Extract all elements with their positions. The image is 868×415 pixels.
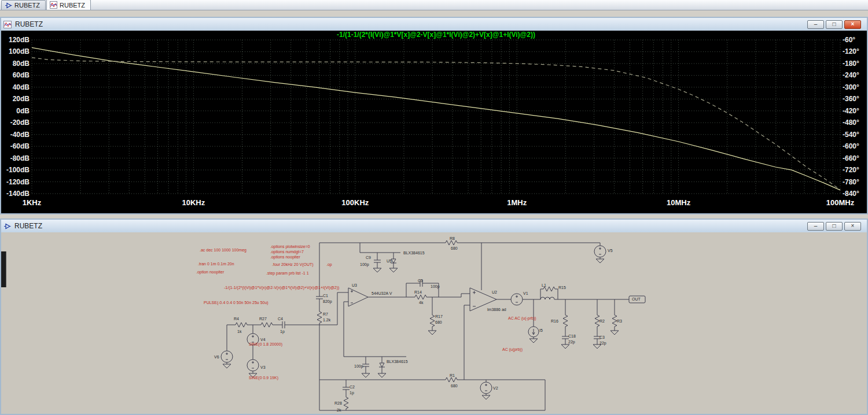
component-label: 544U32A V — [372, 291, 392, 296]
waveform-window: RUBETZ – □ × 120dB100dB80dB60dB40dB20dB0… — [0, 17, 868, 214]
schematic-window-title: RUBETZ — [14, 222, 42, 230]
schematic-canvas[interactable]: .ac dec 100 1000 100meg.tran 0 1m 0.1m 2… — [1, 232, 867, 414]
right-axis-tick: -240° — [843, 71, 859, 79]
spice-directive-text: .tran 0 1m 0.1m 20n — [198, 262, 234, 266]
right-axis-tick: -120° — [843, 47, 859, 55]
component-label: lm3886 ad — [487, 307, 506, 312]
left-axis-tick: -140dB — [6, 190, 30, 198]
bode-plot: 120dB100dB80dB60dB40dB20dB0dB-20dB-40dB-… — [1, 31, 867, 213]
component-label: 1k — [237, 329, 241, 334]
right-axis-tick: -360° — [843, 95, 859, 103]
right-axis-tick: -720° — [843, 166, 859, 174]
spice-directive-text: -1/(1-1/(2*(I(Vi)@1*V(x)@2-V(x)@1*I(Vi)@… — [224, 286, 339, 290]
component-label: 100p — [354, 364, 363, 369]
component-label: 820p — [323, 299, 332, 304]
spice-directive-text: .ac dec 100 1000 100meg — [200, 248, 247, 253]
spice-directive-text: .options plotwinsize=0 — [270, 244, 310, 249]
component-label: R3 — [617, 319, 622, 324]
spice-directive-text: .step param prb list -1 1 — [266, 271, 309, 276]
x-axis-tick: 100MHz — [826, 198, 855, 207]
component-label: V1 — [523, 291, 528, 296]
restore-button[interactable]: □ — [826, 222, 843, 231]
component-label: R7 — [323, 312, 328, 317]
component-label: 680 — [435, 320, 442, 325]
right-axis-tick: -60° — [843, 36, 855, 44]
component-label: R14 — [414, 290, 422, 295]
left-axis-tick: 100dB — [9, 47, 30, 55]
right-axis-tick: -540° — [843, 131, 859, 139]
component-label: BLX384615 — [403, 251, 425, 255]
left-axis-tick: -40dB — [10, 131, 30, 139]
component-label: 680 — [451, 246, 458, 251]
waveform-window-titlebar[interactable]: RUBETZ – □ × — [1, 18, 867, 31]
component-label: R2 — [599, 319, 605, 324]
x-axis-tick: 10MHz — [667, 198, 691, 207]
close-button[interactable]: × — [844, 20, 861, 29]
component-label: 2k — [337, 408, 341, 413]
minimize-button[interactable]: – — [807, 20, 824, 29]
left-axis-tick: 0dB — [16, 107, 30, 115]
component-label: R16 — [551, 319, 558, 324]
component-label: 4k — [419, 301, 423, 305]
component-label: U3 — [352, 283, 357, 288]
component-label: C1 — [323, 294, 328, 298]
schematic-window-icon — [3, 223, 11, 230]
waveform-tab-icon — [50, 1, 57, 9]
left-axis-tick: -80dB — [10, 154, 30, 162]
right-axis-tick: -420° — [843, 107, 859, 115]
trace-magnitude — [32, 47, 840, 190]
left-axis-tick: 60dB — [13, 71, 30, 79]
schematic-window: RUBETZ – □ × — [0, 218, 868, 415]
right-axis-tick: -300° — [843, 83, 859, 91]
component-label: C3 — [599, 335, 605, 340]
right-axis-tick: -180° — [843, 60, 859, 68]
spice-directive-text: SINE(0 0.9 19K) — [249, 376, 278, 380]
tab-waveform-rubetz[interactable]: RUBETZ — [46, 0, 91, 10]
spice-directive-text: PULSE(-0.4 0.4 0 50n 50n 25u 50u) — [204, 301, 269, 305]
component-label: 680 — [451, 384, 458, 388]
tab-schematic-rubetz[interactable]: RUBETZ — [1, 0, 46, 10]
schematic-window-titlebar[interactable]: RUBETZ – □ × — [1, 220, 867, 232]
tab-label: RUBETZ — [60, 2, 85, 9]
spice-directive-text: AC AC (u(-prb)) — [508, 316, 536, 321]
trace-phase — [32, 58, 840, 190]
right-axis-tick: -660° — [843, 154, 859, 162]
component-label: R27 — [259, 317, 267, 321]
component-label: C9 — [366, 255, 371, 260]
right-axis-tick: -780° — [843, 178, 859, 186]
component-label: V5 — [608, 249, 613, 253]
component-label: 100p — [431, 284, 440, 289]
schematic-drawing — [1, 232, 867, 414]
spice-directive-text: .four 20kHz 20 V(OUT) — [272, 262, 314, 267]
component-label: 1p — [350, 391, 354, 395]
bode-plot-area[interactable]: 120dB100dB80dB60dB40dB20dB0dB-20dB-40dB-… — [1, 31, 867, 213]
waveform-window-icon — [3, 21, 12, 28]
spice-directive-text: .options noopiter — [270, 255, 300, 260]
spice-directive-text: SINE(0 1.8 20000) — [249, 342, 282, 347]
x-axis-tick: 1KHz — [23, 198, 42, 207]
spice-directive-text: AC (u(prb)) — [502, 347, 523, 352]
x-axis-tick: 1MHz — [507, 198, 527, 207]
waveform-window-title: RUBETZ — [15, 20, 43, 28]
component-label: BLX384615 — [387, 360, 408, 364]
component-label: U2 — [492, 290, 497, 295]
component-label: 22p — [568, 340, 575, 344]
plot-expression: -1/(1-1/(2*(I(Vi)@1*V[x]@2-V[x]@1*I(Vi)@… — [337, 31, 535, 39]
left-axis-tick: -60dB — [10, 142, 30, 150]
restore-button[interactable]: □ — [826, 20, 843, 29]
component-label: V4 — [260, 338, 266, 342]
component-label: U5 — [387, 259, 392, 264]
component-label: C18 — [568, 334, 576, 339]
component-label: R28 — [334, 401, 342, 406]
close-button[interactable]: × — [844, 222, 861, 231]
spice-directive-text: .op — [326, 262, 332, 267]
right-axis-tick: -480° — [843, 118, 859, 127]
component-label: R17 — [435, 314, 443, 319]
component-label: R1 — [450, 373, 455, 378]
component-label: 1.2k — [323, 318, 330, 323]
minimize-button[interactable]: – — [807, 222, 824, 231]
component-label: C2 — [350, 385, 355, 390]
component-label: 22p — [599, 341, 606, 346]
left-axis-tick: 80dB — [13, 60, 30, 68]
x-axis-tick: 10KHz — [182, 198, 205, 207]
